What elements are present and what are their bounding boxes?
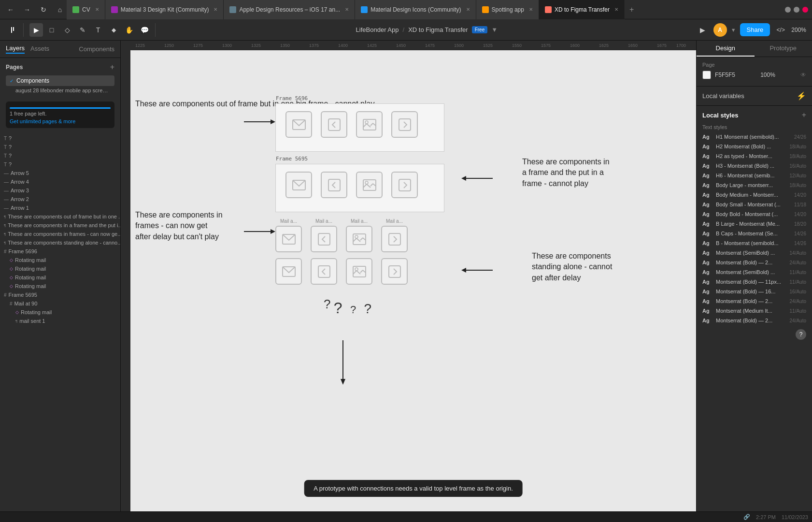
style-item-19[interactable]: Ag Montserrat (Bold) — 2... 24/Auto	[697, 316, 812, 325]
tab-material-icons[interactable]: Material Design Icons (Community) ✕	[355, 0, 476, 19]
home-button[interactable]: ⌂	[53, 3, 67, 16]
style-item-7[interactable]: Ag Body Small - Montserrat (... 11/18	[697, 200, 812, 209]
style-item-2[interactable]: Ag H2 as typed - Montser... 18/Auto	[697, 151, 812, 161]
upgrade-link[interactable]: Get unlimited pages & more	[10, 118, 111, 124]
style-item-8[interactable]: Ag Body Bold - Montserrat (... 14/20	[697, 209, 812, 219]
layer-item-t3[interactable]: T ?	[0, 151, 120, 160]
layer-mail-at-90[interactable]: # Mail at 90	[0, 299, 120, 308]
back-button[interactable]: ←	[4, 3, 17, 16]
in-frame-back[interactable]: Mail a...	[311, 218, 337, 252]
in-frame-mail[interactable]: Mail a...	[275, 218, 302, 252]
page-subitem-august[interactable]: august 28 lifebonder mobile app screens.…	[6, 86, 114, 95]
style-item-6[interactable]: Ag Body Medium - Montserr... 14/20	[697, 190, 812, 200]
comp-mail-1[interactable]	[285, 111, 312, 138]
style-item-3[interactable]: Ag H3 - Montserrat (Bold) ... 16/Auto	[697, 161, 812, 171]
layer-arrow5[interactable]: — Arrow 5	[0, 169, 120, 177]
component-tool[interactable]: ◆	[107, 23, 120, 37]
style-item-11[interactable]: Ag B - Montserrat (semibold... 14/26	[697, 238, 812, 248]
tab-cv-close[interactable]: ✕	[95, 7, 99, 12]
hand-tool[interactable]: ✋	[122, 23, 136, 37]
solo-back[interactable]	[311, 258, 337, 285]
canvas-area[interactable]: 1225 1250 1275 1300 1325 1350 1375 1400 …	[121, 41, 696, 511]
text-tool[interactable]: T	[91, 23, 105, 37]
tab-material-icons-close[interactable]: ✕	[466, 7, 470, 12]
add-tab-button[interactable]: +	[625, 5, 639, 14]
style-item-15[interactable]: Ag Montserrat (Bold) — 11px... 11/Auto	[697, 277, 812, 287]
frame-tool[interactable]: □	[45, 23, 58, 37]
present-button[interactable]: ▶	[696, 23, 710, 37]
close-button[interactable]	[802, 7, 808, 13]
style-item-17[interactable]: Ag Montserrat (Bold) — 2... 24/Auto	[697, 296, 812, 306]
tab-spotting-close[interactable]: ✕	[529, 7, 533, 12]
avatar-dropdown[interactable]: ▼	[731, 27, 736, 33]
comp-image-1[interactable]	[356, 111, 383, 138]
maximize-button[interactable]	[794, 7, 799, 13]
pen-tool[interactable]: ✎	[76, 23, 89, 37]
add-page-button[interactable]: +	[110, 63, 114, 72]
layer-rotating-mail-1[interactable]: ◇ Rotating mail	[0, 256, 120, 264]
design-tab[interactable]: Design	[697, 41, 755, 57]
style-item-10[interactable]: Ag B Caps - Montserrat (Se... 14/26	[697, 229, 812, 238]
minimize-button[interactable]	[785, 7, 791, 13]
style-item-9[interactable]: Ag B Large - Montserrat (Me... 18/20	[697, 219, 812, 229]
solo-forward[interactable]	[381, 258, 408, 285]
tab-cv[interactable]: CV ✕	[67, 0, 105, 19]
style-item-4[interactable]: Ag H6 - Montserrat (semib... 12/Auto	[697, 171, 812, 180]
refresh-button[interactable]: ↻	[37, 3, 50, 16]
tab-layers[interactable]: Layers	[6, 44, 25, 54]
forward-button[interactable]: →	[20, 3, 34, 16]
style-item-16[interactable]: Ag Montserrat (Bold) — 16... 16/Auto	[697, 287, 812, 296]
layer-anno2[interactable]: ¶ These are components in a frame and th…	[0, 221, 120, 230]
share-button[interactable]: Share	[740, 23, 770, 36]
local-variables-action[interactable]: ⚡	[797, 91, 806, 101]
cursor-tool[interactable]: ▶	[29, 23, 43, 37]
comp-back-1[interactable]	[321, 111, 347, 138]
comp-forward-1[interactable]	[391, 111, 418, 138]
style-item-0[interactable]: Ag H1 Monserrat (semibold)... 24/26	[697, 132, 812, 142]
zoom-level[interactable]: 200%	[791, 27, 806, 33]
layer-rotating-mail-3[interactable]: ◇ Rotating mail	[0, 273, 120, 282]
tab-material3-close[interactable]: ✕	[214, 7, 217, 12]
style-item-14[interactable]: Ag Montserrat (SemiBold) ... 11/Auto	[697, 267, 812, 277]
layer-anno4[interactable]: ¶ These are components standing alone - …	[0, 238, 120, 247]
layer-arrow4[interactable]: — Arrow 4	[0, 177, 120, 186]
in-frame-image[interactable]: Mail a...	[346, 218, 372, 252]
avatar-button[interactable]: A	[713, 23, 727, 37]
comp-back-2[interactable]	[321, 172, 347, 198]
frame-5695-box[interactable]: Frame 5695	[275, 164, 444, 212]
style-item-18[interactable]: Ag Montserrat (Medium It... 11/Auto	[697, 306, 812, 316]
page-color-swatch[interactable]	[702, 71, 711, 79]
code-view-button[interactable]: </>	[774, 23, 787, 37]
layer-item-t4[interactable]: T ?	[0, 160, 120, 169]
layer-frame5695[interactable]: # Frame 5695	[0, 290, 120, 299]
tab-components[interactable]: Components	[79, 45, 114, 53]
layer-rotating-mail-5695[interactable]: ◇ Rotating mail	[0, 308, 120, 317]
layer-frame5696[interactable]: # Frame 5696	[0, 247, 120, 256]
add-style-button[interactable]: +	[802, 111, 806, 119]
style-item-12[interactable]: Ag Montserrat (SemiBold) ... 14/Auto	[697, 248, 812, 258]
tab-spotting[interactable]: Spotting app ✕	[476, 0, 539, 19]
solo-mail[interactable]	[275, 258, 302, 285]
layer-arrow3[interactable]: — Arrow 3	[0, 186, 120, 195]
layer-mail-sent[interactable]: ¶ mail sent 1	[0, 317, 120, 325]
layer-arrow1[interactable]: — Arrow 1	[0, 203, 120, 212]
style-item-1[interactable]: Ag H2 Montserrat (Bold) ... 18/Auto	[697, 142, 812, 151]
layer-item-t1[interactable]: T ?	[0, 134, 120, 143]
help-button[interactable]: ?	[796, 329, 806, 340]
tab-material3[interactable]: Material 3 Design Kit (Community) ✕	[105, 0, 224, 19]
solo-image[interactable]	[346, 258, 372, 285]
comp-forward-2[interactable]	[391, 172, 418, 198]
tab-apple-close[interactable]: ✕	[345, 7, 349, 12]
dropdown-arrow[interactable]: ▼	[491, 26, 498, 33]
comp-image-2[interactable]	[356, 172, 383, 198]
layer-anno3[interactable]: ¶ These are components in frames - can n…	[0, 230, 120, 238]
visibility-toggle[interactable]: 👁	[800, 72, 806, 78]
tab-xd-figma[interactable]: XD to Figma Transfer ✕	[539, 0, 625, 19]
tab-assets[interactable]: Assets	[30, 45, 49, 53]
tab-xd-figma-close[interactable]: ✕	[614, 7, 618, 12]
layer-rotating-mail-2[interactable]: ◇ Rotating mail	[0, 264, 120, 273]
style-item-5[interactable]: Ag Body Large - montserr... 18/Auto	[697, 180, 812, 190]
layer-anno1[interactable]: ¶ These are components out of frame but …	[0, 212, 120, 221]
prototype-tab[interactable]: Prototype	[755, 41, 812, 57]
tab-apple[interactable]: Apple Design Resources – iOS 17 an... ✕	[224, 0, 355, 19]
